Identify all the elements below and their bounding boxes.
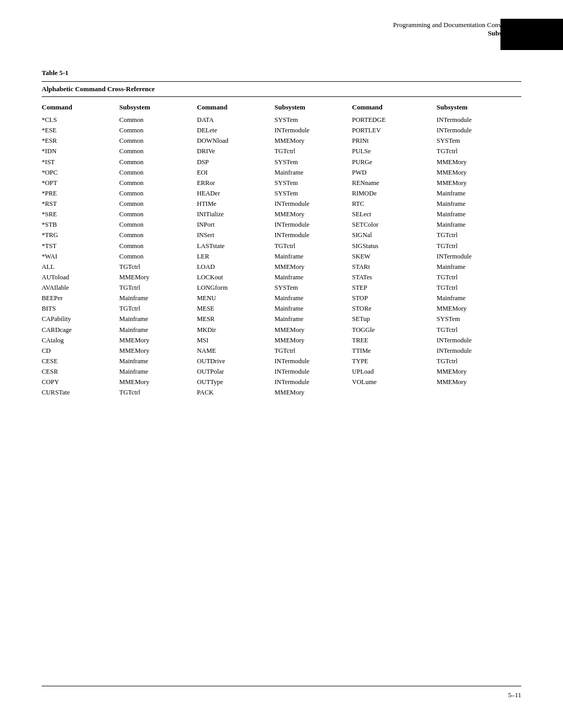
cell-12-0: *TST xyxy=(42,241,119,251)
cell-20-5: TGTctrl xyxy=(437,325,521,335)
cell-12-4: SIGStatus xyxy=(352,241,436,251)
cell-19-3: Mainframe xyxy=(274,314,352,324)
page-container: Programming and Documentation Convention… xyxy=(0,0,563,728)
cell-22-4: TTIMe xyxy=(352,346,436,356)
footer-rule xyxy=(42,686,521,686)
cell-4-3: SYSTem xyxy=(274,157,352,167)
table-label: Table 5-1 xyxy=(42,69,521,77)
cell-14-4: STARt xyxy=(352,262,436,272)
cell-17-4: STOP xyxy=(352,293,436,303)
table-row: ALLTGTctrlLOADMMEMorySTARtMainframe xyxy=(42,262,521,272)
cell-24-2: OUTPolar xyxy=(197,366,275,377)
table-row: *TRGCommonINSertINTermoduleSIGNalTGTctrl xyxy=(42,230,521,240)
cell-0-4: PORTEDGE xyxy=(352,115,436,125)
cell-16-2: LONGform xyxy=(197,282,275,293)
cell-12-2: LASTstate xyxy=(197,241,275,251)
cell-21-5: INTermodule xyxy=(437,335,521,346)
cell-2-1: Common xyxy=(119,135,197,146)
cell-18-4: STORe xyxy=(352,303,436,314)
table-row: *WAICommonLERMainframeSKEWINTermodule xyxy=(42,251,521,262)
table-row: *RSTCommonHTIMeINTermoduleRTCMainframe xyxy=(42,199,521,209)
col-header-command3: Command xyxy=(352,102,436,115)
cell-25-0: COPY xyxy=(42,377,119,387)
cell-24-1: Mainframe xyxy=(119,366,197,377)
cell-3-3: TGTctrl xyxy=(274,146,352,156)
cell-11-2: INSert xyxy=(197,230,275,240)
cell-23-1: Mainframe xyxy=(119,356,197,366)
table-row: CAtalogMMEMoryMSIMMEMoryTREEINTermodule xyxy=(42,335,521,346)
cell-19-4: SETup xyxy=(352,314,436,324)
cell-24-0: CESR xyxy=(42,366,119,377)
cell-10-3: INTermodule xyxy=(274,219,352,230)
cell-1-5: INTermodule xyxy=(437,125,521,135)
cell-12-3: TGTctrl xyxy=(274,241,352,251)
cell-19-5: SYSTem xyxy=(437,314,521,324)
cell-23-0: CESE xyxy=(42,356,119,366)
table-row: *ISTCommonDSPSYSTemPURGeMMEMory xyxy=(42,157,521,167)
cell-4-0: *IST xyxy=(42,157,119,167)
cell-25-4: VOLume xyxy=(352,377,436,387)
cell-6-5: MMEMory xyxy=(437,178,521,188)
cell-22-0: CD xyxy=(42,346,119,356)
cell-19-0: CAPability xyxy=(42,314,119,324)
cell-20-3: MMEMory xyxy=(274,325,352,335)
cell-7-1: Common xyxy=(119,188,197,199)
cell-9-1: Common xyxy=(119,209,197,219)
cell-9-5: Mainframe xyxy=(437,209,521,219)
cell-23-4: TYPE xyxy=(352,356,436,366)
cell-16-5: TGTctrl xyxy=(437,282,521,293)
table-section: Table 5-1 Alphabetic Command Cross-Refer… xyxy=(42,69,521,398)
page-header: Programming and Documentation Convention… xyxy=(42,21,521,38)
table-row: CESRMainframeOUTPolarINTermoduleUPLoadMM… xyxy=(42,366,521,377)
cell-6-2: ERRor xyxy=(197,178,275,188)
col-header-subsystem3: Subsystem xyxy=(437,102,521,115)
cell-20-2: MKDir xyxy=(197,325,275,335)
cell-18-0: BITS xyxy=(42,303,119,314)
cell-17-3: Mainframe xyxy=(274,293,352,303)
cell-6-4: RENname xyxy=(352,178,436,188)
top-rule xyxy=(42,81,521,82)
table-row: *OPTCommonERRorSYSTemRENnameMMEMory xyxy=(42,178,521,188)
table-row: COPYMMEMoryOUTTypeINTermoduleVOLumeMMEMo… xyxy=(42,377,521,387)
cell-13-1: Common xyxy=(119,251,197,262)
cell-1-0: *ESE xyxy=(42,125,119,135)
table-title: Alphabetic Command Cross-Reference xyxy=(42,85,521,93)
cell-4-1: Common xyxy=(119,157,197,167)
cell-16-1: TGTctrl xyxy=(119,282,197,293)
cell-20-0: CARDcage xyxy=(42,325,119,335)
cell-15-3: Mainframe xyxy=(274,272,352,282)
table-row: CARDcageMainframeMKDirMMEMoryTOGGleTGTct… xyxy=(42,325,521,335)
cell-26-1: TGTctrl xyxy=(119,387,197,398)
cell-9-4: SELect xyxy=(352,209,436,219)
cell-7-2: HEADer xyxy=(197,188,275,199)
cell-16-3: SYSTem xyxy=(274,282,352,293)
cell-21-3: MMEMory xyxy=(274,335,352,346)
cell-8-0: *RST xyxy=(42,199,119,209)
col-header-subsystem2: Subsystem xyxy=(274,102,352,115)
table-row: *STBCommonINPortINTermoduleSETColorMainf… xyxy=(42,219,521,230)
cell-10-1: Common xyxy=(119,219,197,230)
cell-26-5 xyxy=(437,387,521,398)
cell-7-5: Mainframe xyxy=(437,188,521,199)
cell-5-3: Mainframe xyxy=(274,167,352,178)
cell-15-2: LOCKout xyxy=(197,272,275,282)
table-row: AUToloadMMEMoryLOCKoutMainframeSTATesTGT… xyxy=(42,272,521,282)
cell-5-5: MMEMory xyxy=(437,167,521,178)
cell-11-0: *TRG xyxy=(42,230,119,240)
cell-14-5: Mainframe xyxy=(437,262,521,272)
cell-1-3: INTermodule xyxy=(274,125,352,135)
cell-0-3: SYSTem xyxy=(274,115,352,125)
cell-17-2: MENU xyxy=(197,293,275,303)
cell-22-3: TGTctrl xyxy=(274,346,352,356)
cell-1-2: DELete xyxy=(197,125,275,135)
mid-rule xyxy=(42,96,521,97)
cell-9-2: INITialize xyxy=(197,209,275,219)
cell-13-3: Mainframe xyxy=(274,251,352,262)
col-header-subsystem1: Subsystem xyxy=(119,102,197,115)
col-header-command2: Command xyxy=(197,102,275,115)
col-header-command1: Command xyxy=(42,102,119,115)
cell-26-0: CURSTate xyxy=(42,387,119,398)
cell-25-5: MMEMory xyxy=(437,377,521,387)
cell-24-3: INTermodule xyxy=(274,366,352,377)
cell-8-3: INTermodule xyxy=(274,199,352,209)
